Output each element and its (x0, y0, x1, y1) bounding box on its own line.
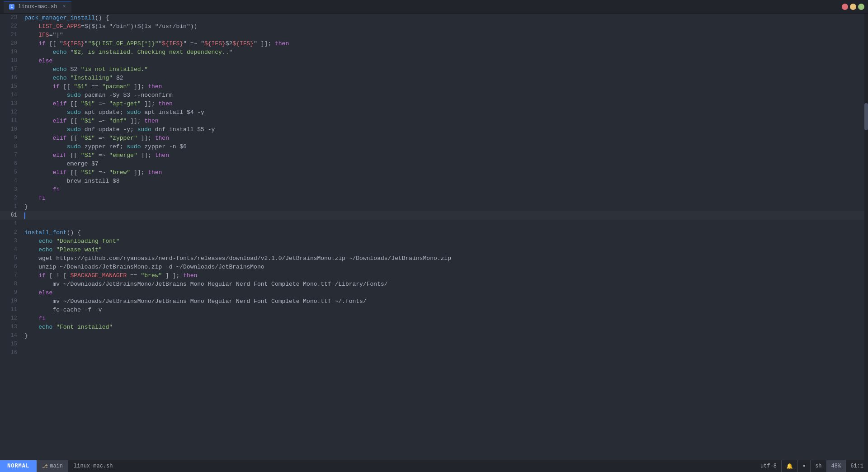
line-content: IFS="|" (23, 31, 868, 39)
line-number: 21 (0, 31, 23, 39)
line-number: 17 (0, 65, 23, 74)
scrollbar-track[interactable] (864, 14, 868, 460)
line-content: } (23, 203, 868, 211)
line-content: } (23, 331, 868, 340)
table-row: 14 } (0, 331, 868, 340)
table-row: 7 elif [[ "$1" =~ "emerge" ]]; then (0, 151, 868, 160)
window-maximize-button[interactable] (858, 4, 864, 10)
code-table: 23 pack_manager_install() { 22 LIST_OF_A… (0, 14, 868, 357)
status-right: utf-8 🔔 ▪ sh 48% 61:1 (756, 460, 868, 472)
line-content: fi (23, 194, 868, 203)
line-number: 13 (0, 323, 23, 331)
table-row: 7 if [ ! [ $PACKAGE_MANAGER == "brew" ] … (0, 271, 868, 280)
line-number: 5 (0, 254, 23, 263)
table-row: 4 brew install $8 (0, 177, 868, 185)
line-number: 3 (0, 237, 23, 245)
tab-close-button[interactable]: × (62, 4, 66, 10)
line-content (23, 349, 868, 357)
line-content: echo "Font installed" (23, 323, 868, 331)
line-number: 22 (0, 22, 23, 31)
table-row: 9 else (0, 288, 868, 297)
line-number: 6 (0, 263, 23, 271)
table-row: 14 sudo pacman -Sy $3 --noconfirm (0, 91, 868, 99)
status-mode: NORMAL (0, 460, 37, 472)
line-number: 16 (0, 349, 23, 357)
line-content (23, 211, 868, 220)
line-content: elif [[ "$1" =~ "dnf" ]]; then (23, 117, 868, 125)
window-close-button[interactable] (842, 4, 848, 10)
line-content: sudo zypper ref; sudo zypper -n $6 (23, 142, 868, 151)
line-number: 10 (0, 125, 23, 134)
line-content: else (23, 288, 868, 297)
line-content: sudo pacman -Sy $3 --noconfirm (23, 91, 868, 99)
table-row: 16 (0, 349, 868, 357)
line-content: sudo apt update; sudo apt install $4 -y (23, 108, 868, 117)
table-row: 15 if [[ "$1" == "pacman" ]]; then (0, 82, 868, 91)
table-row: 4 echo "Please wait" (0, 245, 868, 254)
table-row: 10 sudo dnf update -y; sudo dnf install … (0, 125, 868, 134)
line-number: 14 (0, 331, 23, 340)
line-content: pack_manager_install() { (23, 14, 868, 22)
line-number: 8 (0, 280, 23, 288)
line-number: 13 (0, 99, 23, 108)
window-minimize-button[interactable] (850, 4, 856, 10)
line-number: 4 (0, 177, 23, 185)
titlebar: 1 linux-mac.sh × (0, 0, 868, 14)
line-number: 1 (0, 220, 23, 228)
status-encoding: utf-8 (756, 460, 781, 472)
statusbar: NORMAL ⎇ main linux-mac.sh utf-8 🔔 ▪ sh … (0, 460, 868, 472)
table-row: 8 mv ~/Downloads/JetBrainsMono/JetBrains… (0, 280, 868, 288)
status-filename: linux-mac.sh (68, 463, 118, 469)
table-row: 10 mv ~/Downloads/JetBrainsMono/JetBrain… (0, 297, 868, 306)
table-row: 3 echo "Downloading font" (0, 237, 868, 245)
table-row: 1 (0, 220, 868, 228)
line-number: 14 (0, 91, 23, 99)
table-row: 9 elif [[ "$1" =~ "zypper" ]]; then (0, 134, 868, 142)
line-content: echo $2 "is not installed." (23, 65, 868, 74)
line-number: 1 (0, 203, 23, 211)
line-content: else (23, 57, 868, 65)
table-row-active: 61 (0, 211, 868, 220)
table-row: 15 (0, 340, 868, 349)
line-number: 19 (0, 48, 23, 57)
status-scroll-percent: 48% (826, 460, 846, 472)
table-row: 23 pack_manager_install() { (0, 14, 868, 22)
editor: 23 pack_manager_install() { 22 LIST_OF_A… (0, 14, 868, 460)
line-content: LIST_OF_APPS=$($(ls "/bin")+$(ls "/usr/b… (23, 22, 868, 31)
branch-icon: ⎇ (42, 463, 48, 469)
table-row: 2 fi (0, 194, 868, 203)
table-row: 12 sudo apt update; sudo apt install $4 … (0, 108, 868, 117)
line-content: echo "Downloading font" (23, 237, 868, 245)
code-container[interactable]: 23 pack_manager_install() { 22 LIST_OF_A… (0, 14, 868, 460)
table-row: 13 elif [[ "$1" =~ "apt-get" ]]; then (0, 99, 868, 108)
status-format-icon: ▪ (797, 460, 810, 472)
line-content: elif [[ "$1" =~ "emerge" ]]; then (23, 151, 868, 160)
table-row: 6 emerge $7 (0, 160, 868, 168)
table-row: 20 if [[ "${IFS}""${LIST_OF_APPS[*]}""${… (0, 39, 868, 48)
scrollbar-thumb[interactable] (864, 103, 868, 130)
line-number: 10 (0, 297, 23, 306)
line-content: if [ ! [ $PACKAGE_MANAGER == "brew" ] ];… (23, 271, 868, 280)
line-number: 9 (0, 288, 23, 297)
active-tab[interactable]: 1 linux-mac.sh × (4, 1, 71, 13)
line-content: if [[ "$1" == "pacman" ]]; then (23, 82, 868, 91)
table-row: 2 install_font() { (0, 228, 868, 237)
line-content: elif [[ "$1" =~ "apt-get" ]]; then (23, 99, 868, 108)
line-content: fi (23, 314, 868, 323)
line-content: elif [[ "$1" =~ "brew" ]]; then (23, 168, 868, 177)
line-content: fc-cache -f -v (23, 306, 868, 314)
line-content: echo "$2, is installed. Checking next de… (23, 48, 868, 57)
line-content: mv ~/Downloads/JetBrainsMono/JetBrains M… (23, 280, 868, 288)
table-row: 16 echo "Installing" $2 (0, 74, 868, 82)
table-row: 17 echo $2 "is not installed." (0, 65, 868, 74)
table-row: 8 sudo zypper ref; sudo zypper -n $6 (0, 142, 868, 151)
line-content: install_font() { (23, 228, 868, 237)
line-content: sudo dnf update -y; sudo dnf install $5 … (23, 125, 868, 134)
line-content: echo "Installing" $2 (23, 74, 868, 82)
line-number: 18 (0, 57, 23, 65)
line-content: unzip ~/Downloads/JetBrainsMono.zip -d ~… (23, 263, 868, 271)
tab-icon: 1 (9, 4, 14, 9)
code-scroll-area[interactable]: 23 pack_manager_install() { 22 LIST_OF_A… (0, 14, 868, 460)
line-number: 15 (0, 82, 23, 91)
table-row: 3 fi (0, 185, 868, 194)
